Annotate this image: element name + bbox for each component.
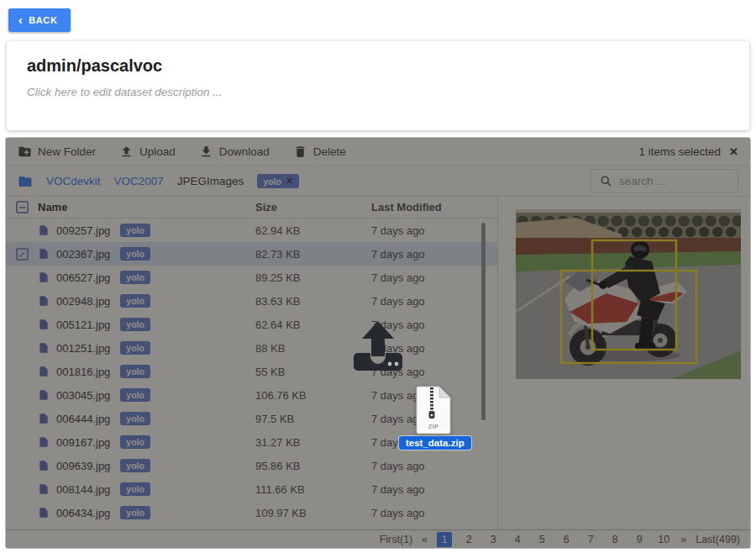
dataset-card: admin/pascalvoc Click here to edit datas… [7, 41, 749, 130]
dragged-file-name[interactable]: test_data.zip [399, 436, 471, 450]
dataset-title: admin/pascalvoc [27, 56, 729, 76]
back-button[interactable]: ‹ BACK [8, 8, 71, 32]
zip-type-label: ZIP [428, 423, 439, 430]
dataset-description-placeholder[interactable]: Click here to edit dataset description .… [27, 86, 729, 98]
dragged-zip-file-icon[interactable]: ZIP [415, 386, 452, 434]
back-button-label: BACK [29, 15, 57, 25]
file-manager-panel: New Folder Upload Download Delete 1 item… [5, 137, 751, 549]
screen: ‹ BACK admin/pascalvoc Click here to edi… [0, 0, 756, 553]
drop-upload-icon [350, 319, 406, 371]
chevron-left-icon: ‹ [18, 14, 23, 26]
